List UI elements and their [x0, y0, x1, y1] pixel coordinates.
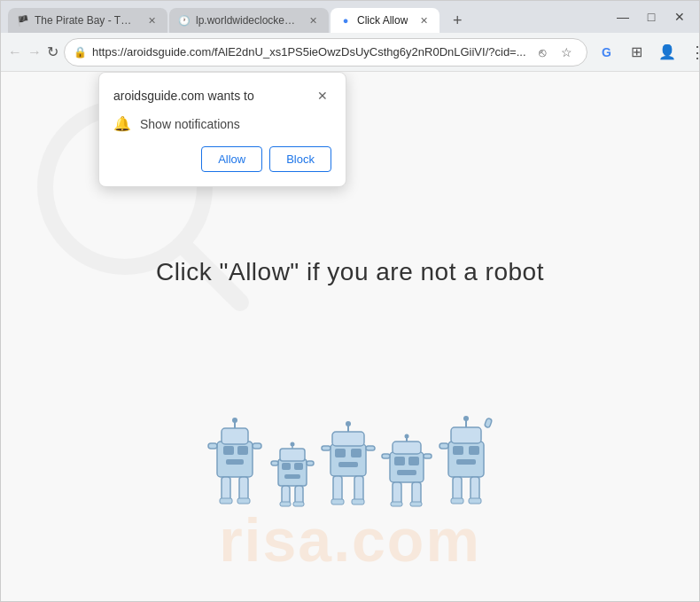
popup-header: aroidsguide.com wants to ✕ — [113, 87, 331, 105]
robot-4 — [381, 433, 432, 512]
tab-favicon-clickallow: ● — [339, 14, 352, 27]
svg-rect-61 — [484, 418, 492, 427]
svg-rect-40 — [352, 499, 364, 504]
svg-rect-27 — [293, 502, 304, 506]
refresh-button[interactable]: ↻ — [47, 38, 58, 66]
svg-rect-39 — [331, 499, 344, 504]
lock-icon: 🔒 — [74, 46, 87, 59]
svg-rect-3 — [223, 446, 234, 455]
browser-window: 🏴 The Pirate Bay - The gal ✕ 🕐 lp.worldw… — [0, 0, 700, 602]
svg-rect-42 — [394, 457, 405, 465]
back-button[interactable]: ← — [8, 38, 22, 66]
svg-rect-14 — [237, 498, 250, 504]
svg-rect-19 — [280, 449, 305, 461]
svg-rect-17 — [294, 463, 303, 470]
svg-rect-23 — [307, 461, 314, 465]
nav-bar: ← → ↻ 🔒 https://aroidsguide.com/fAlE2dnU… — [1, 33, 699, 72]
robots-illustration — [204, 413, 496, 512]
svg-rect-29 — [335, 449, 346, 457]
svg-rect-52 — [391, 502, 402, 506]
svg-rect-6 — [222, 428, 248, 444]
tab-close-piratebay[interactable]: ✕ — [144, 13, 159, 27]
bookmark-icon[interactable]: ☆ — [556, 42, 578, 63]
allow-button[interactable]: Allow — [201, 146, 262, 172]
svg-rect-57 — [456, 459, 476, 465]
robot-5 — [436, 413, 496, 512]
tab-title-piratebay: The Pirate Bay - The gal — [35, 14, 136, 27]
tab-favicon-lp: 🕐 — [178, 14, 191, 27]
block-button[interactable]: Block — [269, 146, 331, 172]
svg-point-60 — [463, 416, 469, 421]
google-icon[interactable]: G — [593, 38, 621, 66]
tab-close-lp[interactable]: ✕ — [306, 13, 320, 27]
svg-point-8 — [232, 418, 237, 423]
robot-2 — [269, 442, 315, 512]
svg-rect-55 — [453, 446, 463, 455]
popup-close-button[interactable]: ✕ — [314, 87, 331, 105]
maximize-button[interactable]: □ — [639, 4, 664, 29]
tab-close-clickallow[interactable]: ✕ — [416, 13, 431, 27]
svg-rect-16 — [282, 463, 291, 470]
tab-title-clickallow: Click Allow — [357, 14, 408, 27]
svg-point-21 — [291, 442, 295, 447]
close-button[interactable]: ✕ — [667, 4, 692, 29]
popup-notification-text: Show notifications — [140, 117, 240, 131]
tab-clickallow[interactable]: ● Click Allow ✕ — [331, 8, 439, 33]
title-bar: 🏴 The Pirate Bay - The gal ✕ 🕐 lp.worldw… — [1, 1, 699, 33]
page-content: risa.com Click "Allow" if you are not a … — [1, 72, 699, 601]
tabs-area: 🏴 The Pirate Bay - The gal ✕ 🕐 lp.worldw… — [8, 1, 607, 33]
svg-rect-45 — [393, 442, 421, 454]
address-actions: ⎋ ☆ — [532, 42, 578, 63]
menu-icon[interactable]: ⋮ — [683, 38, 700, 66]
svg-rect-62 — [439, 443, 448, 449]
svg-point-34 — [346, 421, 351, 426]
extensions-icon[interactable]: ⊞ — [623, 38, 651, 66]
svg-rect-53 — [410, 502, 422, 506]
svg-rect-5 — [226, 459, 244, 465]
robot-3 — [319, 419, 377, 512]
tab-title-lp: lp.worldwideclockextens... — [196, 14, 297, 27]
svg-rect-49 — [424, 454, 432, 458]
forward-button[interactable]: → — [27, 38, 42, 66]
svg-rect-35 — [322, 446, 331, 450]
page-main-text: Click "Allow" if you are not a robot — [1, 258, 699, 286]
svg-point-47 — [405, 434, 409, 439]
tab-lp[interactable]: 🕐 lp.worldwideclockextens... ✕ — [169, 8, 329, 33]
svg-rect-30 — [351, 449, 362, 457]
svg-rect-36 — [366, 446, 375, 450]
nav-right-icons: G ⊞ 👤 ⋮ — [593, 38, 700, 66]
svg-rect-26 — [280, 502, 291, 506]
svg-rect-58 — [451, 427, 481, 443]
svg-rect-18 — [284, 474, 300, 479]
profile-icon[interactable]: 👤 — [653, 38, 681, 66]
notification-popup: aroidsguide.com wants to ✕ 🔔 Show notifi… — [98, 72, 346, 187]
share-icon[interactable]: ⎋ — [532, 42, 553, 63]
window-controls: — □ ✕ — [611, 4, 692, 29]
new-tab-button[interactable]: + — [445, 8, 470, 33]
svg-rect-66 — [469, 498, 481, 504]
svg-rect-32 — [332, 432, 364, 446]
address-text: https://aroidsguide.com/fAlE2dnU_xs1PS5i… — [92, 45, 526, 59]
svg-rect-65 — [451, 498, 463, 504]
svg-rect-22 — [271, 461, 278, 465]
svg-rect-56 — [469, 446, 479, 455]
svg-rect-10 — [253, 443, 261, 449]
minimize-button[interactable]: — — [611, 4, 635, 29]
svg-rect-44 — [397, 470, 416, 475]
bell-icon: 🔔 — [113, 115, 131, 132]
svg-rect-48 — [382, 454, 390, 458]
address-bar[interactable]: 🔒 https://aroidsguide.com/fAlE2dnU_xs1PS… — [64, 38, 587, 66]
svg-rect-9 — [208, 443, 217, 449]
robot-1 — [204, 415, 266, 512]
tab-piratebay[interactable]: 🏴 The Pirate Bay - The gal ✕ — [8, 8, 167, 33]
svg-rect-43 — [408, 457, 419, 465]
tab-favicon-piratebay: 🏴 — [17, 14, 29, 27]
watermark-text: risa.com — [219, 505, 481, 575]
svg-rect-4 — [237, 446, 248, 455]
popup-buttons: Allow Block — [113, 146, 331, 172]
svg-rect-13 — [220, 498, 232, 504]
svg-rect-31 — [338, 462, 358, 467]
popup-title: aroidsguide.com wants to — [113, 89, 254, 103]
popup-notification-row: 🔔 Show notifications — [113, 115, 331, 132]
svg-rect-41 — [390, 452, 424, 482]
